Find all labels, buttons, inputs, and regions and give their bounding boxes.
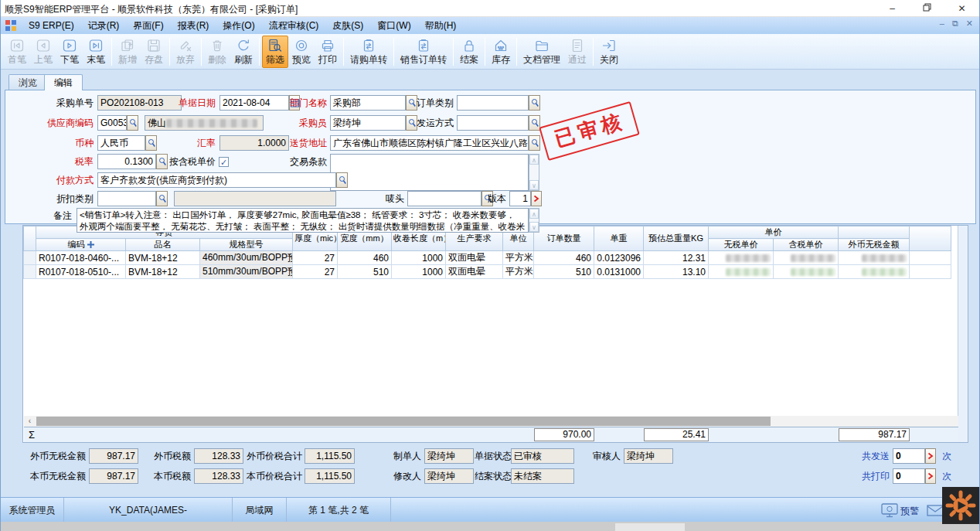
supplier-name-field[interactable]: 佛山 — [145, 115, 264, 131]
toolbar-prev-button[interactable]: 上笔 — [30, 36, 56, 68]
version-spinner-button[interactable] — [531, 191, 542, 206]
discount-type-lookup-button[interactable] — [156, 191, 168, 206]
floating-app-logo[interactable] — [942, 487, 979, 524]
toolbar-transfer-button[interactable]: 请购单转 — [346, 36, 391, 68]
cell[interactable]: 460 — [534, 251, 594, 265]
col-foreign-amount[interactable]: 外币无税金额 — [839, 239, 910, 251]
pin-icon[interactable] — [87, 241, 94, 248]
toolbar-refresh-button[interactable]: 刷新 — [230, 36, 257, 68]
cell[interactable]: 1000 — [392, 265, 446, 279]
cell[interactable]: 27 — [293, 265, 338, 279]
cell[interactable]: BVM-18+12 — [126, 251, 200, 265]
toolbar-docmgmt-button[interactable]: 文档管理 — [519, 36, 564, 68]
menu-item-1[interactable]: 界面(F) — [126, 17, 170, 34]
mail-button[interactable] — [927, 505, 944, 519]
remark-scrollbar[interactable]: ∧ ∨ — [529, 208, 539, 233]
minimize-button[interactable]: – — [875, 0, 910, 17]
scroll-down-icon[interactable]: ∨ — [529, 180, 539, 190]
toolbar-pass-button[interactable]: 通过 — [564, 36, 590, 68]
tab-edit[interactable]: 编辑 — [44, 74, 83, 90]
foreign-net-field[interactable]: 987.17 — [89, 448, 138, 464]
row-selector[interactable] — [24, 251, 36, 265]
order-line-row[interactable]: R0107-018-0510-...BVM-18+12510mm/30um/BO… — [24, 265, 951, 279]
grid-vertical-scrollbar[interactable] — [958, 226, 968, 442]
menu-item-0[interactable]: 记录(R) — [81, 17, 127, 34]
cell[interactable]: R0107-018-0460-... — [36, 251, 126, 265]
tab-browse[interactable]: 浏览 — [9, 74, 47, 90]
toolbar-lock-button[interactable]: 结案 — [456, 36, 482, 68]
menu-item-2[interactable]: 报表(R) — [171, 17, 216, 34]
col-spec[interactable]: 规格型号 — [200, 239, 293, 251]
printed-count-field[interactable]: 0 — [893, 468, 925, 484]
auditor-field[interactable]: 梁绮坤 — [624, 448, 673, 464]
toolbar-preview-button[interactable]: 预览 — [288, 36, 315, 68]
cell[interactable]: 1000 — [392, 251, 446, 265]
toolbar-next-button[interactable]: 下笔 — [56, 36, 83, 68]
supplier-code-field[interactable]: G0053 — [97, 115, 127, 131]
toolbar-transfer-button[interactable]: 销售订单转 — [396, 36, 451, 68]
redacted-price-cell[interactable] — [709, 251, 774, 265]
foreign-total-field[interactable]: 1,115.50 — [305, 448, 355, 464]
cell[interactable]: 平方米 — [503, 265, 534, 279]
cell[interactable]: 双面电晕 — [446, 265, 503, 279]
supplier-lookup-button[interactable] — [127, 115, 138, 131]
mdi-close-button[interactable]: ✕ — [966, 19, 973, 29]
buyer-lookup-button[interactable] — [406, 115, 417, 131]
col-order-qty[interactable]: 订单数量 — [534, 226, 594, 251]
department-lookup-button[interactable] — [406, 95, 417, 111]
cell[interactable]: 510 — [338, 265, 392, 279]
toolbar-print-button[interactable]: 打印 — [315, 36, 341, 68]
delivery-address-field[interactable]: 广东省佛山市顺德区陈村镇广隆工业区兴业八路9号之一 — [330, 135, 529, 151]
col-code[interactable]: 编码 — [36, 239, 126, 251]
trade-terms-field[interactable] — [330, 154, 529, 191]
col-price-incl-tax[interactable]: 含税单价 — [774, 239, 839, 251]
cell[interactable]: 510 — [534, 265, 594, 279]
menu-item-5[interactable]: 皮肤(S) — [325, 17, 370, 34]
col-est-weight[interactable]: 预估总重量KG — [644, 226, 709, 251]
order-line-row[interactable]: R0107-018-0460-...BVM-18+12460mm/30um/BO… — [24, 251, 951, 265]
scroll-down-icon[interactable]: ∨ — [529, 222, 539, 232]
local-total-field[interactable]: 1,115.50 — [305, 468, 355, 484]
row-selector[interactable] — [24, 265, 36, 279]
mdi-minimize-button[interactable]: – — [940, 19, 944, 29]
close-button[interactable]: ✕ — [944, 0, 979, 17]
menu-item-3[interactable]: 操作(O) — [216, 17, 261, 34]
scrollbar-thumb[interactable] — [36, 417, 771, 426]
redacted-price-cell[interactable] — [709, 265, 774, 279]
tax-included-checkbox[interactable]: ✓ — [219, 157, 229, 167]
restore-button[interactable] — [910, 0, 944, 17]
tax-rate-lookup-button[interactable] — [156, 154, 168, 169]
scroll-up-icon[interactable]: ∧ — [529, 155, 539, 165]
col-unit-weight[interactable]: 单重 — [594, 226, 644, 251]
cell[interactable]: 460 — [338, 251, 392, 265]
local-tax-field[interactable]: 128.33 — [194, 468, 243, 484]
tax-rate-field[interactable]: 0.1300 — [97, 154, 156, 169]
currency-lookup-button[interactable] — [145, 135, 157, 151]
printed-count-button[interactable] — [925, 468, 936, 484]
toolbar-filter-button[interactable]: 筛选 — [262, 36, 288, 68]
order-type-lookup-button[interactable] — [529, 95, 540, 111]
cell[interactable]: BVM-18+12 — [126, 265, 200, 279]
toolbar-exit-button[interactable]: 关闭 — [596, 36, 622, 68]
col-product-name[interactable]: 品名 — [126, 239, 200, 251]
sent-count-field[interactable]: 0 — [893, 448, 925, 464]
col-price-excl-tax[interactable]: 无税单价 — [709, 239, 774, 251]
cell[interactable]: 12.31 — [644, 251, 709, 265]
currency-field[interactable]: 人民币 — [97, 135, 145, 151]
creator-field[interactable]: 梁绮坤 — [424, 448, 474, 464]
alert-button[interactable] — [880, 503, 899, 520]
grid-horizontal-scrollbar[interactable]: ‹ — [24, 416, 958, 427]
redacted-price-cell[interactable] — [774, 265, 839, 279]
redacted-price-cell[interactable] — [839, 265, 910, 279]
payment-method-lookup-button[interactable] — [336, 172, 348, 188]
doc-status-field[interactable]: 已审核 — [511, 448, 574, 464]
menu-item-7[interactable]: 帮助(H) — [418, 17, 464, 34]
toolbar-save-button[interactable]: 存盘 — [141, 36, 167, 68]
payment-method-field[interactable]: 客户齐款发货(供应商货到付款) — [97, 172, 336, 188]
alert-label[interactable]: 预警 — [900, 505, 919, 518]
toolbar-new-button[interactable]: 新增 — [114, 36, 141, 68]
toolbar-first-button[interactable]: 首笔 — [4, 36, 30, 68]
toolbar-last-button[interactable]: 末笔 — [83, 36, 109, 68]
version-field[interactable]: 1 — [509, 191, 531, 206]
order-type-field[interactable] — [457, 95, 529, 111]
